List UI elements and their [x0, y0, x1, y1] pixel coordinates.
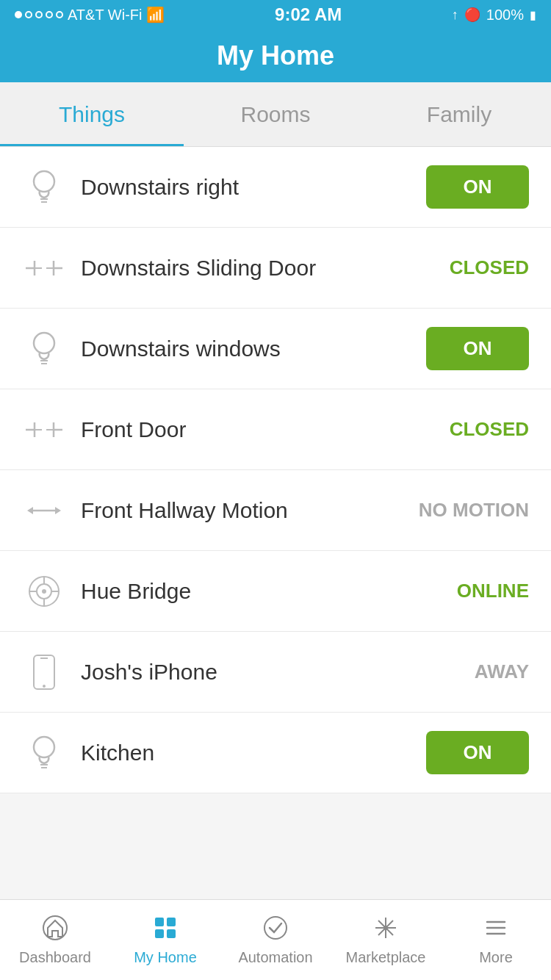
signal-dot-3	[35, 11, 43, 18]
device-item[interactable]: Front Door CLOSED	[0, 389, 551, 470]
svg-point-45	[383, 926, 388, 930]
svg-point-9	[34, 333, 54, 353]
svg-rect-29	[34, 655, 54, 689]
svg-rect-37	[167, 918, 176, 926]
app-header: My Home	[0, 29, 551, 82]
carrier-label: AT&T Wi-Fi	[68, 7, 142, 24]
status-left: AT&T Wi-Fi 📶	[15, 6, 165, 24]
device-item[interactable]: Kitchen ON	[0, 713, 551, 793]
device-name: Hue Bridge	[66, 579, 457, 604]
bottom-nav: Dashboard My Home Automation	[0, 899, 551, 980]
device-status-on[interactable]: ON	[426, 731, 529, 774]
status-bar: AT&T Wi-Fi 📶 9:02 AM ↑ 🔴 100% ▮	[0, 0, 551, 29]
nav-label: Dashboard	[19, 949, 91, 966]
sensor-icon	[22, 258, 66, 278]
device-name: Downstairs Sliding Door	[66, 256, 450, 281]
signal-dot-1	[15, 11, 22, 18]
svg-point-40	[264, 917, 287, 939]
wifi-icon: 📶	[146, 6, 165, 24]
device-item[interactable]: Downstairs Sliding Door CLOSED	[0, 228, 551, 309]
nav-label: Marketplace	[346, 949, 426, 966]
device-name: Josh's iPhone	[66, 660, 475, 685]
sparkle-icon	[372, 915, 399, 945]
nav-label: Automation	[238, 949, 312, 966]
tab-family[interactable]: Family	[367, 82, 551, 146]
svg-rect-38	[155, 929, 164, 938]
bulb-icon	[22, 168, 66, 206]
signal-dot-2	[25, 11, 32, 18]
nav-label: My Home	[134, 949, 197, 966]
svg-marker-20	[27, 507, 33, 514]
battery-icon: ▮	[530, 8, 536, 22]
svg-point-24	[42, 589, 46, 594]
check-circle-icon	[262, 915, 289, 945]
battery-label: 100%	[486, 7, 524, 24]
svg-rect-39	[167, 929, 176, 938]
hub-icon	[22, 574, 66, 608]
device-name: Downstairs windows	[66, 336, 426, 361]
device-item[interactable]: Hue Bridge ONLINE	[0, 551, 551, 632]
signal-dot-4	[46, 11, 53, 18]
page-title: My Home	[217, 40, 334, 71]
device-name: Kitchen	[66, 741, 426, 765]
grid-icon	[152, 915, 179, 945]
nav-automation[interactable]: Automation	[220, 915, 331, 966]
bulb-icon	[22, 330, 66, 368]
location-icon: ↑	[452, 7, 458, 23]
device-status-closed: CLOSED	[450, 418, 529, 441]
nav-label: More	[479, 949, 513, 966]
device-status-online: ONLINE	[457, 580, 529, 602]
signal-dot-5	[56, 11, 63, 18]
device-item[interactable]: Josh's iPhone AWAY	[0, 632, 551, 713]
sensor-icon	[22, 419, 66, 440]
svg-marker-21	[55, 507, 61, 514]
status-time: 9:02 AM	[275, 4, 342, 25]
tab-bar: Things Rooms Family	[0, 82, 551, 147]
bluetooth-icon: 🔴	[464, 7, 480, 23]
device-name: Front Door	[66, 417, 450, 442]
svg-point-0	[34, 171, 54, 192]
bulb-icon	[22, 734, 66, 772]
device-name: Front Hallway Motion	[66, 498, 419, 523]
device-status-away: AWAY	[475, 660, 529, 683]
phone-icon	[22, 654, 66, 691]
nav-more[interactable]: More	[441, 915, 551, 966]
nav-myhome[interactable]: My Home	[110, 915, 220, 966]
device-list: Downstairs right ON Downstairs Sliding D…	[0, 147, 551, 793]
device-status-on[interactable]: ON	[426, 165, 529, 209]
device-status-on[interactable]: ON	[426, 327, 529, 370]
svg-point-32	[34, 737, 54, 757]
tab-things[interactable]: Things	[0, 82, 184, 146]
home-icon	[42, 915, 68, 945]
nav-marketplace[interactable]: Marketplace	[331, 915, 441, 966]
device-status-closed: CLOSED	[450, 256, 529, 279]
motion-icon	[22, 498, 66, 523]
menu-icon	[483, 915, 509, 945]
device-item[interactable]: Downstairs windows ON	[0, 309, 551, 389]
device-status-no-motion: NO MOTION	[419, 499, 529, 522]
svg-rect-36	[155, 918, 164, 926]
status-right: ↑ 🔴 100% ▮	[452, 7, 536, 24]
tab-rooms[interactable]: Rooms	[184, 82, 367, 146]
main-content: Downstairs right ON Downstairs Sliding D…	[0, 147, 551, 874]
nav-dashboard[interactable]: Dashboard	[0, 915, 110, 966]
device-name: Downstairs right	[66, 175, 426, 200]
svg-point-31	[43, 685, 46, 688]
device-item[interactable]: Front Hallway Motion NO MOTION	[0, 470, 551, 551]
device-item[interactable]: Downstairs right ON	[0, 147, 551, 228]
